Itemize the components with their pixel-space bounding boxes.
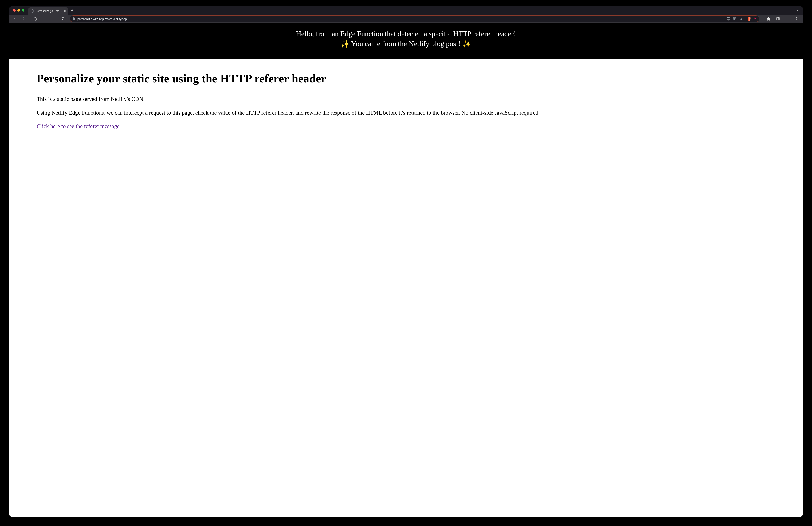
divider	[37, 141, 303, 141]
lock-icon	[73, 17, 75, 21]
titlebar: Personalize your static site b × +	[9, 6, 303, 15]
address-bar[interactable]: personalize-with-http-referer.netlify.ap…	[70, 15, 303, 22]
hero-text-line2: ✨ You came from the Netlify blog post! ✨	[18, 39, 303, 49]
globe-icon	[31, 10, 34, 13]
hero-banner: Hello, from an Edge Function that detect…	[9, 23, 303, 59]
back-button[interactable]	[12, 16, 18, 22]
bookmark-button[interactable]	[60, 16, 66, 22]
browser-tab[interactable]: Personalize your static site b ×	[28, 7, 68, 15]
new-tab-button[interactable]: +	[71, 9, 73, 12]
hero-text-line1: Hello, from an Edge Function that detect…	[18, 29, 303, 39]
browser-window: Personalize your static site b × + perso…	[9, 6, 303, 196]
window-close-button[interactable]	[13, 9, 16, 12]
reload-button[interactable]	[32, 16, 39, 22]
page-title: Personalize your static site using the H…	[37, 72, 303, 85]
forward-button[interactable]	[20, 16, 27, 22]
page-content: Personalize your static site using the H…	[9, 59, 303, 196]
referer-link[interactable]: Click here to see the referer message.	[37, 123, 121, 129]
tab-title: Personalize your static site b	[35, 10, 62, 13]
window-minimize-button[interactable]	[17, 9, 20, 12]
paragraph-2: Using Netlify Edge Functions, we can int…	[37, 109, 303, 117]
close-tab-icon[interactable]: ×	[64, 10, 66, 13]
paragraph-1: This is a static page served from Netlif…	[37, 95, 303, 103]
window-maximize-button[interactable]	[22, 9, 25, 12]
page-viewport: Hello, from an Edge Function that detect…	[9, 23, 303, 196]
url-text: personalize-with-http-referer.netlify.ap…	[77, 17, 303, 20]
toolbar: personalize-with-http-referer.netlify.ap…	[9, 15, 303, 23]
traffic-lights	[9, 9, 25, 12]
